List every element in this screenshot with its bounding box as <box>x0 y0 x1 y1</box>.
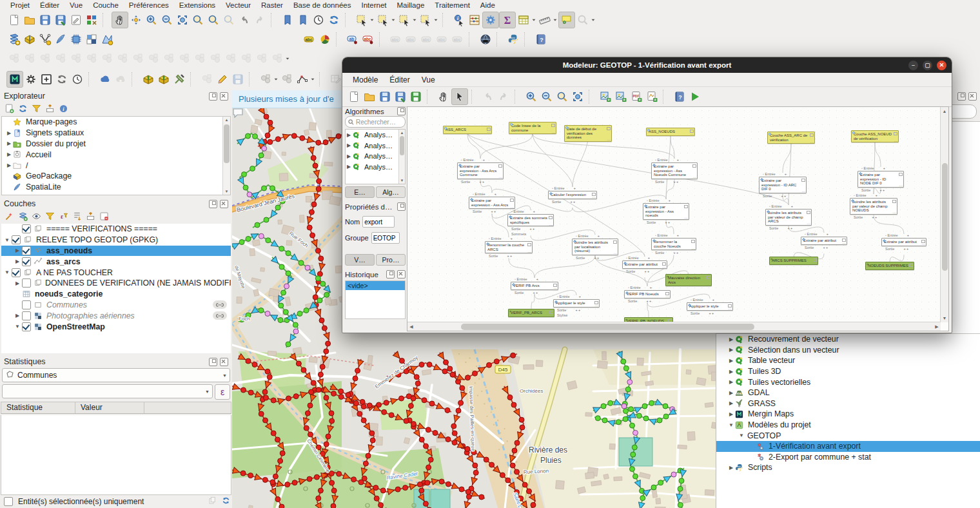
project-history-icon[interactable] <box>70 72 85 87</box>
canvas-horizontal-scrollbar[interactable]: ◀▶ <box>407 322 941 331</box>
toolbox-item-gdal[interactable]: ▶GDALGDAL <box>716 387 980 398</box>
algorithm-group-item[interactable]: ▶Analys… <box>346 141 405 151</box>
model-node-a12[interactable]: ◦ Entrée+Joindre les attributs par local… <box>572 233 618 260</box>
modeler-menu-mod-le[interactable]: Modèle <box>348 75 383 84</box>
dropdown-arrow-icon[interactable] <box>391 12 397 28</box>
browser-item-geopackage[interactable]: GeoPackage <box>2 171 230 182</box>
statistics-col-valeur[interactable]: Valeur <box>75 402 144 413</box>
model-node-a19[interactable]: ◦ Entrée+Appliquer le styleSortie+ +Styl… <box>553 294 600 318</box>
zoom-last-icon[interactable] <box>237 12 252 28</box>
dropdown-arrow-icon[interactable] <box>591 12 596 28</box>
unpin-labels-icon[interactable]: abc <box>360 32 376 47</box>
layer-item-donnees-de-verification-ne-jamais-modifi[interactable]: ▶DONNEES DE VERIFICATION (NE JAMAIS MODI… <box>1 278 231 289</box>
new-bookmark-icon[interactable] <box>280 12 295 28</box>
model-node-a16[interactable]: ◦ Entrée+Extraire par attributSortie+ + <box>881 233 926 251</box>
checkout-package-icon[interactable] <box>141 72 156 87</box>
add-vector-layer-icon[interactable] <box>6 32 22 47</box>
processing-toolbox-icon[interactable] <box>482 12 499 28</box>
save-model-as-icon[interactable] <box>393 89 408 104</box>
identify-features-icon[interactable]: i <box>451 12 467 28</box>
properties-info-icon[interactable]: i <box>58 103 69 116</box>
mergin-plugin-icon[interactable] <box>6 71 23 88</box>
add-postgis-layer-icon[interactable] <box>68 32 84 47</box>
save-model-to-project-icon[interactable] <box>408 89 424 104</box>
layers-close-button[interactable] <box>220 200 228 208</box>
history-empty-item[interactable]: <vide> <box>346 281 405 290</box>
model-node-i1[interactable]: ASS_ARCS <box>443 126 492 134</box>
filter-expression-icon[interactable]: ε <box>58 211 69 224</box>
model-canvas[interactable]: ASS_ARCSCode Insee de la communeDate de … <box>407 107 941 322</box>
filter-legend-icon[interactable] <box>44 211 55 224</box>
layer-item-ass-arcs[interactable]: ▶ass_arcs <box>1 256 231 267</box>
select-cursor-icon[interactable] <box>451 88 468 105</box>
add-group-icon[interactable] <box>17 211 28 224</box>
modeler-menu-vue[interactable]: Vue <box>416 75 440 84</box>
algorithm-search-input[interactable]: Rechercher… <box>345 116 406 128</box>
save-model-icon[interactable] <box>377 89 393 104</box>
browser-item-accueil[interactable]: ▶Accueil <box>2 149 230 160</box>
vertex-tool-icon[interactable] <box>295 72 310 87</box>
open-project-icon[interactable] <box>22 12 37 28</box>
folder-open-icon[interactable] <box>362 89 377 104</box>
model-node-a7[interactable]: ◦ Entrée+Extraire par expression - ID AR… <box>759 171 807 199</box>
model-node-a20[interactable]: ◦ Entrée+Appliquer le styleSortie+ + <box>687 297 733 316</box>
zoom-out-icon[interactable] <box>539 89 554 104</box>
save-project-icon[interactable] <box>37 12 53 28</box>
export-dxf-icon[interactable] <box>613 89 629 104</box>
attribute-table-icon[interactable] <box>516 12 531 28</box>
open-layer-styling-icon[interactable] <box>4 211 15 224</box>
digitize-line-icon[interactable] <box>258 72 273 87</box>
message-bar-text[interactable]: Plusieurs mises à jour d'e <box>239 94 334 104</box>
dropdown-arrow-icon[interactable] <box>285 51 291 66</box>
add-layer-doc-icon[interactable] <box>4 103 15 116</box>
menu-pr-f-rences[interactable]: Préférences <box>124 1 174 9</box>
layers-float-button[interactable] <box>209 200 217 208</box>
statistics-float-button[interactable] <box>209 358 217 366</box>
select-by-location-icon[interactable] <box>418 12 433 28</box>
dropdown-arrow-icon[interactable] <box>553 12 558 28</box>
add-geopackage-layer-icon[interactable] <box>22 32 37 47</box>
model-group-input[interactable] <box>371 232 400 244</box>
zoom-to-selection-icon[interactable] <box>190 12 206 28</box>
model-node-i6[interactable]: Couche ASS_NOEUD de vérification <box>851 130 899 142</box>
temporal-controller-icon[interactable] <box>311 12 326 28</box>
pin-labels-icon[interactable]: ab <box>345 32 360 47</box>
algorithms-float-button[interactable] <box>397 107 406 115</box>
canvas-vertical-scrollbar[interactable]: ▲▼ <box>940 107 948 322</box>
new-project-icon[interactable] <box>6 12 22 28</box>
zoom-full-icon[interactable] <box>570 89 585 104</box>
deselect-all-icon[interactable] <box>397 12 412 28</box>
select-by-form-icon[interactable] <box>375 12 391 28</box>
modeler-title-bar[interactable]: Modeleur: GEOTOP - 1-Vérification avant … <box>342 57 952 73</box>
toolbox-item-1-v-rification-avant-export[interactable]: 1-Vérification avant export <box>716 441 980 452</box>
sync-project-icon[interactable] <box>54 72 70 87</box>
browser-scrollbar[interactable]: ▲▼ <box>222 117 230 195</box>
zoom-actual-icon[interactable] <box>554 89 570 104</box>
dropdown-arrow-icon[interactable] <box>531 12 537 28</box>
browser-item--[interactable]: ▶/ <box>2 160 230 171</box>
toolbox-item-mergin-maps[interactable]: ▶Mergin Maps <box>716 409 980 420</box>
browser-item-signets-spatiaux[interactable]: ▶Signets spatiaux <box>2 128 230 139</box>
dropdown-arrow-icon[interactable] <box>273 72 279 87</box>
dropdown-arrow-icon[interactable] <box>433 12 439 28</box>
refresh-browser-icon[interactable] <box>17 103 28 116</box>
model-help-icon[interactable]: ? <box>672 89 687 104</box>
properties-tab-0[interactable]: V… <box>345 254 375 266</box>
run-model-icon[interactable] <box>687 89 703 104</box>
pan-hand-icon[interactable] <box>436 89 451 104</box>
model-node-a11[interactable]: ◦ Entrée+Renommer la couche ARCSSortie+ … <box>485 236 533 259</box>
add-virtual-layer-icon[interactable] <box>37 32 53 47</box>
add-spatialite-layer-icon[interactable] <box>53 32 68 47</box>
model-node-a17[interactable]: ◦ Entrée+VERIF PB ArcsSortie+ + <box>511 277 558 295</box>
toolbox-item-table-vecteur[interactable]: ▶Table vecteur <box>716 355 980 366</box>
model-node-a5[interactable]: ◦ Entrée+Extraire par expression - Ass N… <box>651 157 698 184</box>
algorithm-group-item[interactable]: ▶Analys… <box>346 151 405 162</box>
explorer-close-button[interactable] <box>220 92 228 101</box>
menu-vecteur[interactable]: Vecteur <box>220 1 256 9</box>
toggle-editing-icon[interactable] <box>215 72 230 87</box>
commit-package-icon[interactable] <box>156 72 172 87</box>
browser-item-marque-pages[interactable]: Marque-pages <box>2 117 230 128</box>
toolbox-item-tuiles-3d[interactable]: ▶Tuiles 3D <box>716 366 980 377</box>
show-statistics-icon[interactable]: Σ <box>499 12 516 28</box>
fix-geometry-tool-icon[interactable] <box>172 72 187 87</box>
